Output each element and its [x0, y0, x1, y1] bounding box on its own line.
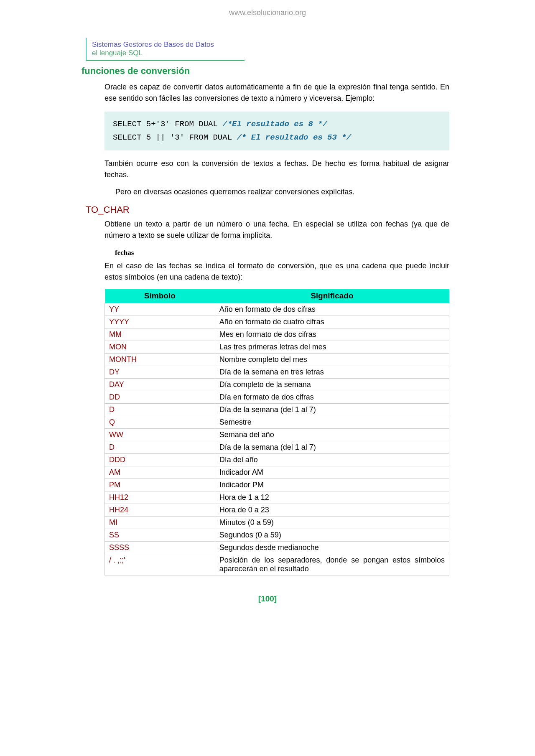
- symbol-cell: WW: [105, 428, 215, 441]
- meaning-cell: Año en formato de cuatro cifras: [215, 316, 449, 328]
- paragraph-5: En el caso de las fechas se indica el fo…: [104, 260, 449, 283]
- table-row: MMMes en formato de dos cifras: [105, 328, 449, 341]
- section-title: funciones de conversión: [82, 66, 449, 76]
- header-line-1: Sistemas Gestores de Bases de Datos: [92, 41, 239, 49]
- meaning-cell: Día de la semana (del 1 al 7): [215, 441, 449, 453]
- table-header-meaning: Significado: [215, 289, 449, 303]
- symbol-cell: / . ,:;': [105, 554, 215, 575]
- table-header-symbol: Símbolo: [105, 289, 215, 303]
- meaning-cell: Posición de los separadores, donde se po…: [215, 554, 449, 575]
- code-text-1a: SELECT 5+'3' FROM DUAL: [113, 120, 222, 129]
- meaning-cell: Día de la semana en tres letras: [215, 366, 449, 378]
- table-row: DDDía en formato de dos cifras: [105, 391, 449, 403]
- table-row: YYAño en formato de dos cifras: [105, 303, 449, 316]
- meaning-cell: Día completo de la semana: [215, 378, 449, 391]
- table-row: YYYYAño en formato de cuatro cifras: [105, 316, 449, 328]
- symbols-table: Símbolo Significado YYAño en formato de …: [104, 289, 449, 575]
- meaning-cell: Minutos (0 a 59): [215, 516, 449, 529]
- meaning-cell: Indicador PM: [215, 479, 449, 491]
- meaning-cell: Indicador AM: [215, 466, 449, 479]
- table-row: WWSemana del año: [105, 428, 449, 441]
- symbol-cell: D: [105, 403, 215, 416]
- paragraph-4: Obtiene un texto a partir de un número o…: [104, 219, 449, 241]
- symbol-cell: MON: [105, 341, 215, 353]
- site-url: www.elsolucionario.org: [0, 8, 535, 17]
- meaning-cell: Semestre: [215, 416, 449, 428]
- code-line-1: SELECT 5+'3' FROM DUAL /*El resultado es…: [113, 117, 441, 131]
- table-row: SSSSSegundos desde medianoche: [105, 541, 449, 554]
- table-row: DDía de la semana (del 1 al 7): [105, 403, 449, 416]
- table-header-row: Símbolo Significado: [105, 289, 449, 303]
- symbol-cell: D: [105, 441, 215, 453]
- symbol-cell: SSSS: [105, 541, 215, 554]
- sub-heading: fechas: [115, 249, 449, 257]
- table-row: MONLas tres primeras letras del mes: [105, 341, 449, 353]
- page-number: [100]: [86, 594, 449, 603]
- code-line-2: SELECT 5 || '3' FROM DUAL /* El resultad…: [113, 131, 441, 144]
- meaning-cell: Segundos desde medianoche: [215, 541, 449, 554]
- table-row: MIMinutos (0 a 59): [105, 516, 449, 529]
- table-row: MONTHNombre completo del mes: [105, 353, 449, 366]
- meaning-cell: Día de la semana (del 1 al 7): [215, 403, 449, 416]
- meaning-cell: Día en formato de dos cifras: [215, 391, 449, 403]
- meaning-cell: Semana del año: [215, 428, 449, 441]
- code-comment-2: /* El resultado es 53 */: [237, 133, 351, 142]
- symbol-cell: DY: [105, 366, 215, 378]
- table-row: QSemestre: [105, 416, 449, 428]
- subsection-title: TO_CHAR: [86, 204, 449, 215]
- meaning-cell: Día del año: [215, 453, 449, 466]
- table-row: DDía de la semana (del 1 al 7): [105, 441, 449, 453]
- table-row: HH12Hora de 1 a 12: [105, 491, 449, 504]
- symbol-cell: AM: [105, 466, 215, 479]
- table-row: DAYDía completo de la semana: [105, 378, 449, 391]
- page-content: Sistemas Gestores de Bases de Datos el l…: [86, 38, 449, 603]
- meaning-cell: Las tres primeras letras del mes: [215, 341, 449, 353]
- symbol-cell: DAY: [105, 378, 215, 391]
- meaning-cell: Mes en formato de dos cifras: [215, 328, 449, 341]
- header-line-2: el lenguaje SQL: [92, 49, 239, 57]
- table-row: PMIndicador PM: [105, 479, 449, 491]
- table-row: AMIndicador AM: [105, 466, 449, 479]
- code-comment-1: /*El resultado es 8 */: [222, 120, 327, 129]
- meaning-cell: Año en formato de dos cifras: [215, 303, 449, 316]
- meaning-cell: Segundos (0 a 59): [215, 529, 449, 541]
- symbol-cell: DD: [105, 391, 215, 403]
- document-header: Sistemas Gestores de Bases de Datos el l…: [86, 38, 245, 61]
- symbol-cell: MI: [105, 516, 215, 529]
- code-block: SELECT 5+'3' FROM DUAL /*El resultado es…: [104, 112, 449, 150]
- symbol-cell: MM: [105, 328, 215, 341]
- paragraph-2: También ocurre eso con la conversión de …: [104, 158, 449, 181]
- table-row: DYDía de la semana en tres letras: [105, 366, 449, 378]
- symbol-cell: DDD: [105, 453, 215, 466]
- meaning-cell: Nombre completo del mes: [215, 353, 449, 366]
- meaning-cell: Hora de 0 a 23: [215, 504, 449, 516]
- table-row: / . ,:;'Posición de los separadores, don…: [105, 554, 449, 575]
- symbol-cell: Q: [105, 416, 215, 428]
- paragraph-1: Oracle es capaz de convertir datos autom…: [104, 81, 449, 104]
- table-row: DDDDía del año: [105, 453, 449, 466]
- symbol-cell: MONTH: [105, 353, 215, 366]
- symbol-cell: YYYY: [105, 316, 215, 328]
- table-row: HH24Hora de 0 a 23: [105, 504, 449, 516]
- symbol-cell: HH24: [105, 504, 215, 516]
- symbol-cell: PM: [105, 479, 215, 491]
- code-text-2a: SELECT 5 || '3' FROM DUAL: [113, 133, 237, 142]
- symbol-cell: YY: [105, 303, 215, 316]
- meaning-cell: Hora de 1 a 12: [215, 491, 449, 504]
- symbol-cell: HH12: [105, 491, 215, 504]
- symbol-cell: SS: [105, 529, 215, 541]
- table-row: SSSegundos (0 a 59): [105, 529, 449, 541]
- paragraph-3: Pero en diversas ocasiones querremos rea…: [104, 186, 449, 198]
